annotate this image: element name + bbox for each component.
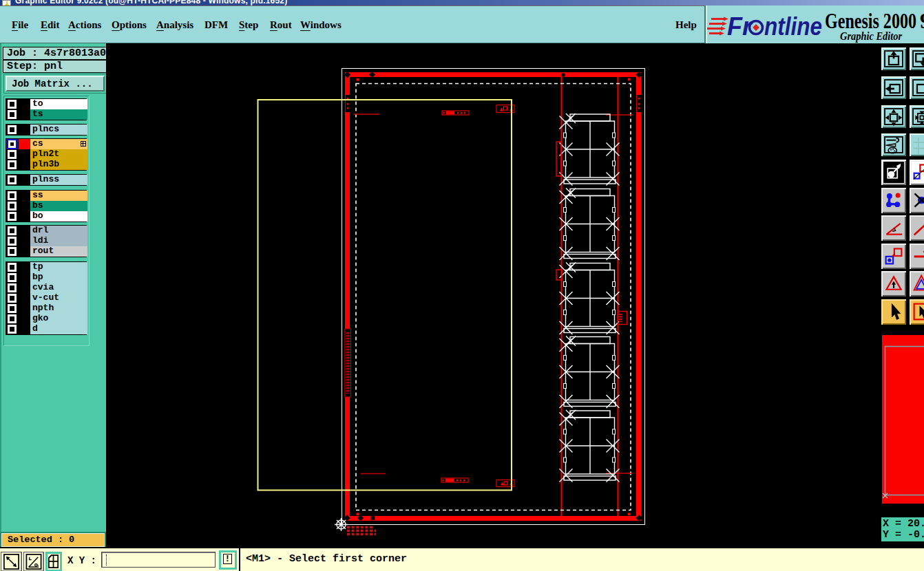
- svg-text:ntline: ntline: [764, 12, 822, 41]
- svg-text:Graphic Editor: Graphic Editor: [840, 30, 902, 43]
- svg-text:9: 9: [920, 8, 924, 33]
